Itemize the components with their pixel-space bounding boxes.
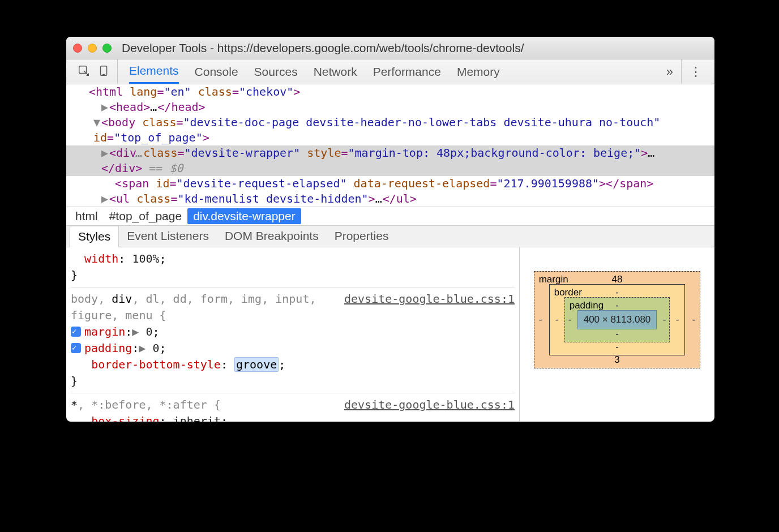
traffic-lights	[73, 44, 112, 53]
css-rule[interactable]: devsite-google-blue.css:1 *, *:before, *…	[71, 397, 515, 422]
collapse-triangle-icon[interactable]: ▼	[93, 115, 101, 130]
dom-node-span[interactable]: <span id="devsite-request-elapsed" data-…	[74, 176, 714, 191]
property-checkbox[interactable]	[71, 343, 81, 353]
box-model-margin[interactable]: margin 48 - - 3 border - - - - padding -…	[534, 271, 701, 368]
source-link[interactable]: devsite-google-blue.css:1	[344, 291, 515, 307]
box-model-content[interactable]: 400 × 8113.080	[577, 310, 657, 329]
titlebar: Developer Tools - https://developers.goo…	[66, 37, 714, 59]
expand-triangle-icon[interactable]: ▶	[101, 191, 109, 207]
tab-console[interactable]: Console	[195, 59, 238, 84]
breadcrumb-item-active[interactable]: div.devsite-wrapper	[187, 208, 301, 224]
dom-node-head[interactable]: ▶<head>…</head>	[74, 100, 714, 115]
box-model-border[interactable]: border - - - - padding - - - - 400 × 811…	[549, 284, 686, 355]
minimize-window-button[interactable]	[88, 44, 97, 53]
selector: *, *:before, *:after {	[71, 398, 221, 411]
zoom-window-button[interactable]	[102, 44, 112, 53]
toolbar-left-icons	[71, 59, 118, 84]
styles-subtabs: Styles Event Listeners DOM Breakpoints P…	[66, 226, 714, 247]
styles-pane[interactable]: width: 100%; } devsite-google-blue.css:1…	[66, 247, 519, 422]
devtools-toolbar: Elements Console Sources Network Perform…	[66, 59, 714, 84]
expand-triangle-icon[interactable]: ▶	[101, 100, 109, 115]
editing-value[interactable]: groove	[234, 357, 279, 372]
dom-node-body[interactable]: ▼<body class="devsite-doc-page devsite-h…	[74, 115, 714, 130]
property-checkbox[interactable]	[71, 327, 81, 337]
subtab-event-listeners[interactable]: Event Listeners	[119, 226, 217, 247]
dom-node-body-cont[interactable]: id="top_of_page">	[74, 130, 714, 145]
subtab-styles[interactable]: Styles	[70, 226, 119, 247]
dom-node-ul[interactable]: ▶<ul class="kd-menulist devsite-hidden">…	[74, 191, 714, 207]
window-title: Developer Tools - https://developers.goo…	[122, 41, 524, 55]
more-tabs-button[interactable]: »	[658, 59, 681, 84]
box-model-pane[interactable]: margin 48 - - 3 border - - - - padding -…	[519, 247, 714, 422]
dom-node-html[interactable]: <html lang="en" class="chekov">	[74, 84, 714, 100]
styles-area: width: 100%; } devsite-google-blue.css:1…	[66, 247, 714, 422]
toggle-device-icon[interactable]	[98, 65, 110, 79]
css-rule[interactable]: devsite-google-blue.css:1 body, div, dl,…	[71, 291, 515, 389]
box-model-padding[interactable]: padding - - - - 400 × 8113.080	[564, 297, 670, 342]
tab-network[interactable]: Network	[314, 59, 357, 84]
breadcrumb-item[interactable]: html	[70, 208, 104, 224]
subtab-properties[interactable]: Properties	[327, 226, 397, 247]
dom-node-selected[interactable]: ▶<div class="devsite-wrapper" style="mar…	[66, 145, 714, 176]
source-link[interactable]: devsite-google-blue.css:1	[344, 397, 515, 413]
tab-elements[interactable]: Elements	[129, 59, 179, 84]
devtools-window: Developer Tools - https://developers.goo…	[66, 37, 714, 422]
breadcrumb: html #top_of_page div.devsite-wrapper	[66, 207, 714, 226]
css-rule[interactable]: width: 100%; }	[71, 251, 515, 284]
elements-tree[interactable]: <html lang="en" class="chekov"> ▶<head>……	[66, 84, 714, 207]
expand-triangle-icon[interactable]: ▶	[101, 145, 109, 161]
selector: body, div, dl, dd, form, img, input, fig…	[71, 292, 316, 322]
tab-memory[interactable]: Memory	[457, 59, 500, 84]
tab-performance[interactable]: Performance	[373, 59, 441, 84]
close-window-button[interactable]	[73, 44, 82, 53]
breadcrumb-item[interactable]: #top_of_page	[104, 208, 187, 224]
overflow-menu-button[interactable]: ⋮	[681, 59, 710, 84]
main-tabs: Elements Console Sources Network Perform…	[118, 59, 658, 84]
inspect-element-icon[interactable]	[78, 65, 90, 79]
subtab-dom-breakpoints[interactable]: DOM Breakpoints	[217, 226, 327, 247]
ellipsis-gutter-icon: …	[135, 145, 142, 161]
tab-sources[interactable]: Sources	[254, 59, 298, 84]
